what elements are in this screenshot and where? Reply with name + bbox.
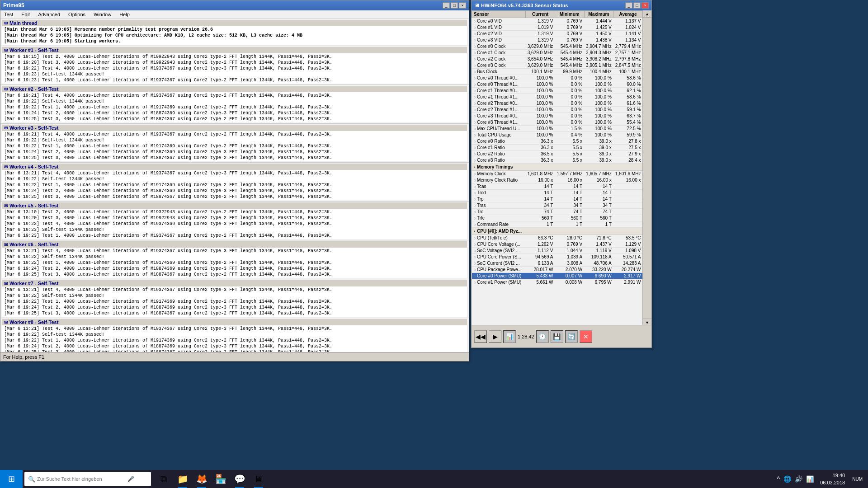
hwinfo-elapsed-time: 1:28:42 (518, 334, 534, 339)
tray-network-icon[interactable]: 🌐 (783, 475, 792, 483)
sensor-row[interactable]: ○Trfc560 T560 T560 T (472, 215, 643, 221)
sensor-row[interactable]: ○Trc74 T74 T74 T (472, 209, 643, 215)
menu-window[interactable]: Window (92, 11, 113, 18)
log-line: [Mar 6 13:21] Test 4, 4000 Lucas-Lehmer … (4, 170, 465, 176)
sensor-row[interactable]: ○Core #3 Ratio36.3 x5.5 x39.0 x28.4 x (472, 157, 643, 164)
tray-hwinfo-icon[interactable]: 📊 (805, 475, 815, 483)
menu-advanced[interactable]: Advanced (36, 11, 62, 18)
hwinfo-minimize[interactable]: _ (625, 2, 632, 9)
sensor-row[interactable]: ○Core #1 VID1.019 V0.769 V1.425 V1.024 V (472, 24, 643, 31)
sensor-row[interactable]: ○Core #1 Power (SMU)5.661 W0.008 W6.795 … (472, 279, 643, 286)
sensor-row[interactable]: ○Core #1 Thread #0...100.0 %0.0 %100.0 %… (472, 88, 643, 94)
num-lock-indicator: NUM (850, 477, 864, 482)
hwinfo-exit-button[interactable]: ✕ (580, 330, 592, 343)
sensor-row[interactable]: ○CPU (Tctl/Tdie)66.3 °C28.0 °C71.8 °C53.… (472, 235, 643, 241)
scroll-up-btn[interactable]: ▲ (643, 10, 651, 18)
system-clock[interactable]: 19:40 06.03.2018 (816, 472, 849, 486)
close-button[interactable]: × (459, 2, 466, 9)
sensor-row[interactable]: ○Max CPU/Thread U...100.0 %1.5 %100.0 %7… (472, 126, 643, 132)
sensor-row[interactable]: ○CPU Package Powe...28.017 W2.070 W33.22… (472, 267, 643, 273)
sensor-row[interactable]: ○Tcas14 T14 T14 T (472, 183, 643, 190)
sensor-name: ○Trfc (474, 216, 524, 221)
sensor-row[interactable]: ○Trcd14 T14 T14 T (472, 190, 643, 196)
sensor-current: 16.00 x (526, 177, 555, 183)
status-bar: For Help, press F1 (0, 352, 469, 361)
sensor-row[interactable]: ○Core #2 Thread #1...100.0 %0.0 %100.0 %… (472, 107, 643, 113)
sensor-row[interactable]: ○Memory Clock Ratio16.00 x16.00 x16.00 x… (472, 177, 643, 183)
nav-prev-button[interactable]: ◀◀ (474, 330, 487, 343)
sensor-max: 100.0 % (584, 88, 613, 94)
taskbar-app-taskview[interactable]: ⧉ (155, 470, 173, 488)
sensor-max: 74 T (584, 209, 613, 215)
thread-header-7: ✉Worker #7 - Self-Test (2, 280, 467, 286)
log-line: [Mar 6 19:22] Self-test 1344K passed! (4, 332, 465, 338)
sensor-name: ○Total CPU Usage (474, 132, 524, 137)
sensor-row[interactable]: ○Core #2 Ratio36.5 x5.5 x39.0 x27.9 x (472, 151, 643, 157)
taskbar-app-prime95[interactable]: 💬 (231, 470, 249, 488)
sensor-row[interactable]: ○Core #0 Clock3,629.0 MHz545.4 MHz3,904.… (472, 43, 643, 50)
sensor-row[interactable]: ○Trp14 T14 T14 T (472, 196, 643, 202)
sensor-row[interactable]: ○Core #1 Clock3,629.0 MHz545.4 MHz3,904.… (472, 50, 643, 56)
sensor-row[interactable]: ○Core #0 Power (SMU)5.433 W0.007 W6.690 … (472, 273, 643, 279)
taskbar-app-hwinfo[interactable]: 🖥 (250, 470, 268, 488)
sensor-row[interactable]: ○SoC Current (SVI2 ...6.133 A3.608 A48.7… (472, 260, 643, 267)
start-button[interactable]: ⊞ (0, 470, 23, 488)
minimize-button[interactable]: _ (443, 2, 450, 9)
sensor-row[interactable]: ○Memory Clock1,601.8 MHz1,597.7 MHz1,605… (472, 171, 643, 177)
sensor-row[interactable]: ○CPU Core Power (S...94.569 A1.039 A109.… (472, 254, 643, 260)
sensor-row[interactable]: ○Core #0 VID1.319 V0.769 V1.444 V1.137 V (472, 18, 643, 24)
sensor-max: 100.0 % (584, 132, 613, 138)
sensor-row[interactable]: ○Core #2 Thread #0...100.0 %0.0 %100.0 %… (472, 100, 643, 107)
sensor-min: 545.4 MHz (555, 50, 584, 56)
sensor-row[interactable]: ○Core #0 Thread #1...100.0 %0.0 %100.0 %… (472, 81, 643, 88)
sensor-max: 39.0 x (584, 157, 613, 164)
maximize-button[interactable]: □ (451, 2, 458, 9)
sensor-row[interactable]: ○Core #3 VID1.319 V0.769 V1.438 V1.134 V (472, 37, 643, 43)
thread-icon-6: ✉ (4, 242, 8, 247)
sensor-row[interactable]: ○Core #0 Thread #0...100.0 %0.0 %100.0 %… (472, 75, 643, 81)
sensor-min: 1,597.7 MHz (555, 171, 584, 177)
taskbar-app-explorer[interactable]: 📁 (174, 470, 192, 488)
sensor-row[interactable]: ○Core #2 VID1.319 V0.769 V1.450 V1.141 V (472, 31, 643, 37)
taskbar-app-store[interactable]: 🏪 (212, 470, 230, 488)
section-header-5: ▪CPU [#0]: AMD Ryz... (472, 228, 643, 235)
sensor-row[interactable]: ○Core #3 Thread #1...100.0 %0.0 %100.0 %… (472, 119, 643, 126)
section-icon-5: ▪ (474, 229, 476, 234)
log-line: [Mar 6 19:22] Self-test 1344K passed! (4, 254, 465, 260)
log-line: [Mar 6 19:22] Self-test 1344K passed! (4, 99, 465, 104)
status-icon-save: 💾 (551, 330, 563, 343)
taskbar-search-box[interactable]: 🔍 🎤 (24, 472, 151, 486)
sensor-row[interactable]: ○Total CPU Usage100.0 %0.4 %100.0 %59.9 … (472, 132, 643, 138)
sensor-row[interactable]: ○Tras34 T34 T34 T (472, 202, 643, 209)
sensor-row[interactable]: ○Bus Clock100.1 MHz99.9 MHz100.4 MHz100.… (472, 69, 643, 75)
sensor-row[interactable]: ○Command Rate1 T1 T1 T (472, 221, 643, 228)
sensor-row[interactable]: ○CPU Core Voltage (...1.262 V0.769 V1.43… (472, 241, 643, 248)
sensor-row[interactable]: ○Core #1 Ratio36.3 x5.5 x39.0 x27.5 x (472, 145, 643, 151)
menu-options[interactable]: Options (66, 11, 87, 18)
thread-section-6: ✉Worker #6 - Self-Test[Mar 6 13:21] Test… (0, 240, 469, 279)
thread-log-0: [Main thread Mar 6 19:05] Mersenne numbe… (2, 26, 467, 45)
tray-volume-icon[interactable]: 🔊 (794, 475, 803, 483)
menu-edit[interactable]: Edit (19, 11, 32, 18)
thread-header-2: ✉Worker #2 - Self-Test (2, 86, 467, 92)
sensor-row[interactable]: ○Core #2 Clock3,654.0 MHz545.4 MHz3,908.… (472, 56, 643, 62)
search-input[interactable] (37, 476, 127, 482)
sensor-current: 1.112 V (526, 248, 555, 254)
sensor-min: 0.769 V (555, 24, 584, 31)
sensor-row[interactable]: ○Core #0 Ratio36.3 x5.5 x39.0 x27.8 x (472, 138, 643, 145)
tray-arrow-icon[interactable]: ^ (776, 475, 781, 483)
menu-test[interactable]: Test (2, 11, 15, 18)
hwinfo-close[interactable]: × (642, 2, 649, 9)
sensor-name: ○Max CPU/Thread U... (474, 126, 524, 131)
sensor-avg: 63.7 % (613, 113, 642, 119)
sensor-row[interactable]: ○Core #3 Thread #0...100.0 %0.0 %100.0 %… (472, 113, 643, 119)
sensor-row[interactable]: ○Core #3 Clock3,629.0 MHz545.4 MHz3,905.… (472, 62, 643, 69)
sensor-name: ○Core #2 Thread #1... (474, 107, 524, 112)
nav-next-button[interactable]: ▶ (489, 330, 501, 343)
sensor-name: ○Core #3 Clock (474, 63, 524, 68)
hwinfo-maximize[interactable]: □ (633, 2, 641, 9)
taskbar-app-firefox[interactable]: 🦊 (193, 470, 211, 488)
sensor-row[interactable]: ○SoC Voltage (SVI2 ...1.112 V1.044 V1.11… (472, 248, 643, 254)
menu-help[interactable]: Help (118, 11, 132, 18)
sensor-row[interactable]: ○Core #1 Thread #1...100.0 %0.0 %100.0 %… (472, 94, 643, 100)
